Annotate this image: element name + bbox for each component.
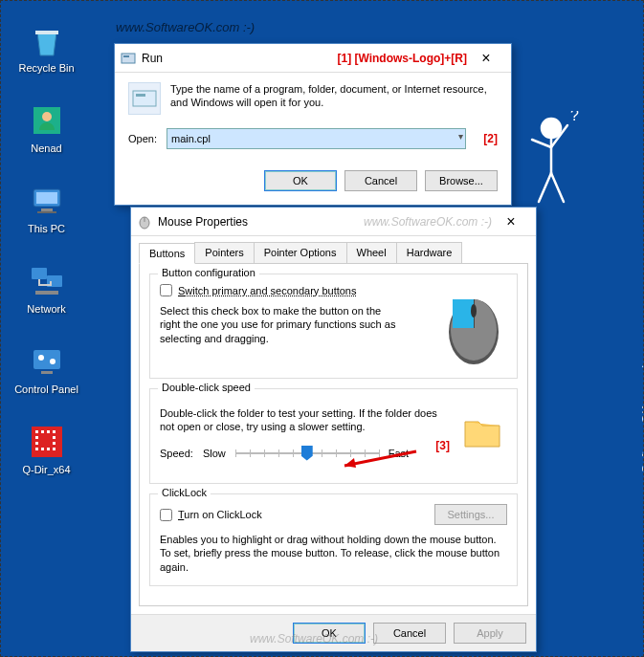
mp-title: Mouse Properties [158,215,354,229]
group-double-click-speed: Double-click speed Double-click the fold… [149,388,518,484]
svg-line-42 [344,451,416,466]
clicklock-checkbox[interactable]: Turn on ClickLock [160,509,262,521]
network-icon [27,261,67,301]
svg-rect-20 [35,442,38,445]
checkbox-input[interactable] [160,509,172,521]
qdir-icon [27,422,67,462]
annotation-2: [2] [483,132,498,145]
svg-rect-17 [53,430,56,433]
cancel-button[interactable]: Cancel [373,623,446,644]
svg-rect-16 [47,430,50,433]
svg-rect-12 [41,371,53,374]
group-title: Double-click speed [158,382,255,393]
svg-point-11 [50,359,56,364]
desktop-icon-control-panel[interactable]: Control Panel [11,341,82,395]
chevron-down-icon[interactable]: ▾ [458,131,463,142]
desktop-icon-label: Recycle Bin [11,62,82,74]
open-input[interactable] [167,128,466,149]
svg-rect-33 [122,54,135,63]
svg-rect-21 [53,442,56,445]
svg-rect-4 [41,208,53,211]
control-panel-icon [27,341,67,382]
run-icon [121,51,136,66]
checkbox-input[interactable] [160,284,172,296]
annotation-1: [1] [Windows-Logo]+[R] [337,52,467,65]
mouse-properties-dialog: Mouse Properties www.SoftwareOK.com :-) … [130,207,537,652]
svg-rect-9 [33,350,60,369]
desktop-icon-nenad[interactable]: Nenad [11,100,82,154]
watermark-side: www.SoftwareOK.com :-) [639,364,644,503]
group-title: ClickLock [158,487,211,498]
svg-rect-3 [36,192,57,204]
svg-rect-36 [136,94,145,97]
svg-rect-25 [53,448,56,450]
desktop-icon-label: Q-Dir_x64 [11,464,82,475]
pc-icon [27,181,67,221]
run-title: Run [142,52,337,65]
watermark-top: www.SoftwareOK.com :-) [116,20,255,34]
svg-rect-18 [35,436,38,439]
desktop-icons: Recycle Bin Nenad This PC Network Contro… [11,20,82,502]
svg-rect-15 [41,430,44,433]
run-description: Type the name of a program, folder, docu… [170,82,498,110]
desktop-icon-label: This PC [11,223,82,234]
stick-figure: ? [518,111,585,207]
tab-panel-buttons: Button configuration Switch primary and … [139,263,528,606]
group-description: Enables you to highlight or drag without… [160,533,507,574]
svg-rect-22 [35,448,38,450]
svg-rect-34 [123,55,129,57]
mouse-icon [137,214,152,230]
desktop-icon-label: Nenad [11,142,82,154]
ok-button[interactable]: OK [264,170,337,191]
svg-point-26 [542,119,561,138]
svg-rect-24 [47,448,50,450]
clicklock-settings-button: Settings... [434,504,507,525]
open-label: Open: [128,133,157,144]
svg-point-10 [38,355,44,361]
user-icon [27,100,67,141]
watermark-bottom: www.SoftwareOK.com :-) [250,632,378,646]
svg-line-30 [539,173,551,202]
desktop-icon-network[interactable]: Network [11,261,82,315]
svg-line-31 [551,173,564,202]
group-description: Select this check box to make the button… [160,304,399,345]
tabs: Buttons Pointers Pointer Options Wheel H… [131,236,536,263]
speed-label: Speed: [160,448,193,459]
close-icon[interactable]: × [492,213,530,230]
run-dialog: Run [1] [Windows-Logo]+[R] × Type the na… [114,43,512,206]
browse-button[interactable]: Browse... [425,170,498,191]
slow-label: Slow [203,448,226,459]
svg-rect-23 [41,448,44,450]
cancel-button[interactable]: Cancel [344,170,417,191]
slider-thumb[interactable] [301,446,313,461]
desktop-icon-label: Control Panel [11,383,82,395]
svg-rect-14 [35,430,38,433]
svg-line-28 [532,140,551,147]
desktop-icon-qdir[interactable]: Q-Dir_x64 [11,422,82,475]
svg-rect-19 [53,436,56,439]
desktop-icon-recycle-bin[interactable]: Recycle Bin [11,20,82,74]
group-title: Button configuration [158,267,259,278]
desktop-icon-label: Network [11,303,82,315]
group-description: Double-click the folder to test your set… [160,406,447,434]
mp-titlebar[interactable]: Mouse Properties www.SoftwareOK.com :-) … [131,208,536,236]
svg-rect-6 [32,268,47,279]
desktop-icon-this-pc[interactable]: This PC [11,181,82,234]
watermark-mid: www.SoftwareOK.com :-) [364,215,492,229]
tab-pointer-options[interactable]: Pointer Options [254,242,347,263]
group-clicklock: ClickLock Turn on ClickLock Settings... … [149,493,518,586]
tab-pointers[interactable]: Pointers [194,242,254,263]
svg-point-1 [42,112,52,121]
svg-rect-35 [133,91,156,106]
tab-buttons[interactable]: Buttons [139,243,195,264]
recycle-bin-icon [27,20,67,60]
close-icon[interactable]: × [467,50,505,67]
tab-wheel[interactable]: Wheel [346,242,397,263]
run-big-icon [128,82,161,115]
test-folder-icon[interactable] [461,410,503,452]
tab-hardware[interactable]: Hardware [396,242,463,263]
svg-point-41 [471,304,477,318]
apply-button: Apply [454,623,526,644]
mouse-illustration [440,292,507,359]
run-titlebar[interactable]: Run [1] [Windows-Logo]+[R] × [115,44,511,73]
